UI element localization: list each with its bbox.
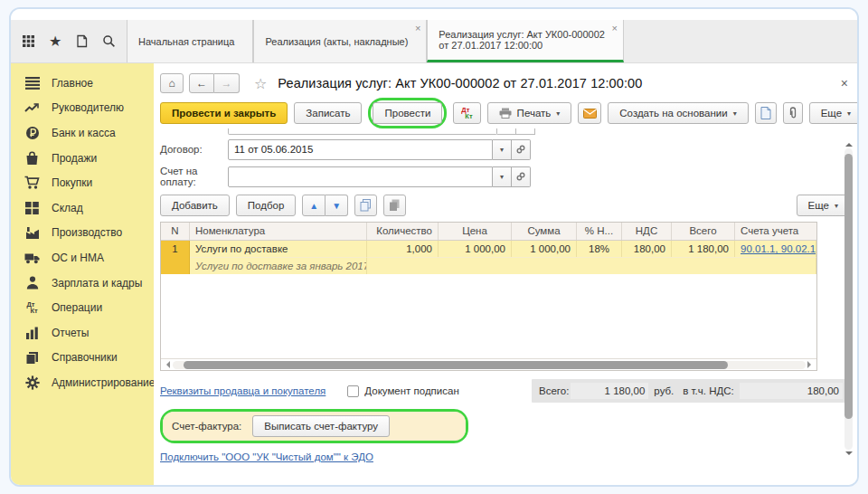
related-documents-button[interactable] [755, 102, 777, 124]
contract-dropdown-button[interactable]: ▾ [493, 139, 512, 160]
accounts-link[interactable]: 90.01.1, 90.02.1. [741, 243, 816, 254]
post-and-close-button[interactable]: Провести и закрыть [160, 102, 288, 124]
horizontal-scroll-thumb[interactable] [184, 361, 728, 369]
incl-vat-value: 180,00 [740, 383, 843, 399]
toolbar-more-button[interactable]: Еще ▾ [809, 102, 857, 124]
favorites-star-icon[interactable]: ★ [46, 33, 64, 51]
paste-button[interactable] [383, 195, 406, 216]
sidebar-item-label: Покупки [52, 176, 92, 189]
home-button[interactable]: ⌂ [160, 73, 184, 93]
history-icon[interactable] [73, 33, 91, 51]
amount-cell[interactable]: 1 000,00 [512, 241, 577, 257]
back-button[interactable]: ← [189, 73, 214, 93]
col-header-price[interactable]: Цена [439, 223, 512, 240]
sidebar-item-label: Склад [52, 202, 83, 214]
sidebar-item-sales[interactable]: Продажи [11, 146, 154, 171]
sidebar-item-warehouse[interactable]: Склад [11, 195, 154, 221]
tab-home[interactable]: Начальная страница [127, 20, 253, 62]
sidebar-item-purchases[interactable]: Покупки [11, 170, 154, 195]
bar-chart-icon [24, 325, 40, 340]
move-down-button[interactable]: ▼ [326, 195, 348, 216]
tab-close-icon[interactable]: × [611, 24, 617, 33]
issue-invoice-button[interactable]: Выписать счет-фактуру [252, 415, 390, 437]
tab-realization-doc[interactable]: Реализация услуг: Акт УК00-000002 от 27.… [427, 20, 624, 62]
payment-invoice-dropdown-button[interactable]: ▾ [493, 166, 512, 187]
post-button[interactable]: Провести [373, 102, 442, 124]
forward-arrow-icon: → [222, 77, 232, 90]
scroll-left-arrow-icon[interactable] [163, 361, 170, 368]
sidebar-item-fixed-assets[interactable]: ОС и НМА [11, 245, 154, 271]
document-close-icon[interactable]: × [841, 76, 850, 90]
table-row[interactable]: 1 Услуги по доставке 1,000 1 000,00 1 00… [161, 241, 816, 257]
add-row-button[interactable]: Добавить [160, 195, 230, 216]
pick-button[interactable]: Подбор [236, 195, 297, 216]
sidebar-item-operations[interactable]: ДтКт Операции [11, 295, 154, 320]
factory-icon [24, 225, 40, 241]
page-title: Реализация услуг: Акт УК00-000002 от 27.… [278, 76, 642, 90]
scroll-right-arrow-icon[interactable] [807, 361, 815, 368]
print-button[interactable]: Печать ▾ [487, 102, 572, 124]
table-horizontal-scrollbar[interactable] [161, 358, 816, 370]
edo-connect-link[interactable]: Подключить "ООО "УК "Чистый дом"" к ЭДО [160, 451, 373, 462]
copy-button[interactable] [354, 195, 377, 216]
save-button[interactable]: Записать [294, 102, 362, 124]
col-header-quantity[interactable]: Количество [367, 223, 439, 240]
vat-cell[interactable]: 180,00 [622, 241, 672, 257]
sidebar-item-manager[interactable]: Руководителю [11, 96, 154, 121]
sidebar-item-label: Зарплата и кадры [52, 277, 142, 290]
price-cell[interactable]: 1 000,00 [439, 241, 512, 257]
create-from-button[interactable]: Создать на основании ▾ [608, 102, 748, 124]
dt-kt-postings-button[interactable]: ДтКт [453, 102, 480, 124]
nomenclature-cell[interactable]: Услуги по доставке [190, 241, 367, 257]
scroll-up-arrow-icon[interactable] [845, 139, 853, 147]
mail-button[interactable] [578, 102, 601, 124]
vat-rate-cell[interactable]: 18% [577, 241, 622, 257]
sidebar-item-administration[interactable]: Администрирование [11, 370, 154, 395]
sidebar-item-main[interactable]: Главное [11, 71, 154, 96]
vertical-scroll-thumb[interactable] [844, 154, 853, 419]
move-up-button[interactable]: ▲ [302, 195, 326, 216]
total-cell[interactable]: 1 180,00 [672, 241, 735, 257]
table-row-note[interactable]: Услуги по доставке за январь 2017 [161, 257, 816, 274]
chain-link-icon [516, 172, 525, 181]
document-signed-checkbox[interactable] [347, 385, 359, 397]
col-header-n[interactable]: N [161, 223, 190, 240]
tab-bar: ★ Начальная страница Реализация (акты, н… [11, 20, 857, 63]
sidebar-item-reports[interactable]: Отчеты [11, 320, 154, 346]
chevron-down-icon: ▾ [835, 202, 838, 210]
forward-button[interactable]: → [214, 73, 240, 93]
seller-buyer-details-link[interactable]: Реквизиты продавца и покупателя [160, 385, 326, 396]
contract-input[interactable]: 11 от 05.06.2015 [228, 139, 493, 160]
col-header-vat-rate[interactable]: % Н... [577, 223, 622, 240]
sidebar-item-directories[interactable]: Справочники [11, 346, 154, 371]
sidebar-item-production[interactable]: Производство [11, 221, 154, 246]
tab-close-icon[interactable]: × [415, 24, 420, 33]
col-header-accounts[interactable]: Счета учета [735, 223, 816, 240]
quick-panel: ★ [11, 20, 127, 62]
currency-label: руб. [654, 385, 674, 396]
quantity-cell[interactable]: 1,000 [367, 241, 439, 257]
window-top-strip [11, 9, 857, 20]
col-header-nomenclature[interactable]: Номенклатура [190, 223, 367, 240]
payment-invoice-input[interactable] [228, 166, 493, 187]
document-toolbar: Провести и закрыть Записать Провести ДтК… [160, 98, 850, 128]
gear-icon [24, 375, 40, 390]
tab-realization-list[interactable]: Реализация (акты, накладные) × [253, 20, 427, 62]
sidebar-item-salary-hr[interactable]: Зарплата и кадры [11, 271, 154, 296]
service-description-cell[interactable]: Услуги по доставке за январь 2017 [190, 257, 367, 274]
main-menu-grid-icon[interactable] [20, 33, 38, 51]
scroll-down-arrow-icon[interactable] [845, 451, 853, 459]
annotation-highlight-post: Провести [368, 98, 447, 128]
sidebar-item-bank-cash[interactable]: Банк и касса [11, 120, 154, 146]
favorite-star-icon[interactable]: ☆ [254, 75, 267, 92]
totals-panel: Всего: 1 180,00 руб. в т.ч. НДС: 180,00 [532, 379, 850, 403]
payment-invoice-open-link-button[interactable] [512, 166, 531, 187]
col-header-vat[interactable]: НДС [622, 223, 672, 240]
search-icon[interactable] [99, 33, 118, 51]
vertical-scrollbar[interactable] [843, 139, 854, 459]
attachments-button[interactable] [783, 102, 803, 124]
contract-open-link-button[interactable] [512, 139, 531, 160]
down-arrow-icon: ▼ [332, 201, 341, 211]
col-header-amount[interactable]: Сумма [512, 223, 577, 240]
col-header-total[interactable]: Всего [672, 223, 735, 240]
